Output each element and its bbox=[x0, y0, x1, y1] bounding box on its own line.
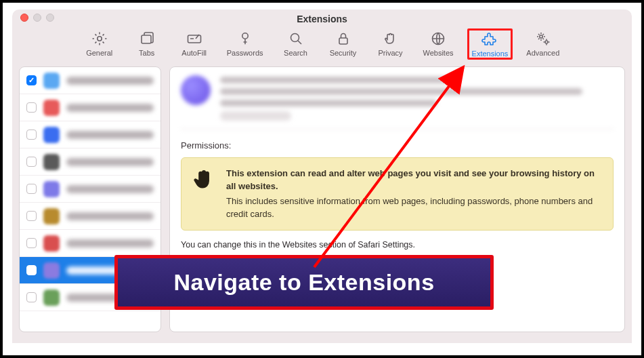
svg-rect-1 bbox=[142, 35, 151, 43]
window-titlebar: Extensions bbox=[12, 9, 632, 26]
tab-general[interactable]: General bbox=[81, 28, 119, 60]
tab-privacy[interactable]: Privacy bbox=[372, 28, 410, 60]
extension-icon bbox=[43, 181, 60, 197]
extension-name bbox=[66, 158, 154, 166]
sidebar-item[interactable] bbox=[20, 94, 160, 121]
permissions-note: You can change this in the Websites sect… bbox=[181, 240, 614, 250]
tab-advanced[interactable]: Advanced bbox=[522, 28, 563, 60]
toolbar-label: Websites bbox=[423, 49, 454, 57]
extension-name bbox=[66, 131, 154, 139]
extension-checkbox[interactable] bbox=[26, 157, 37, 167]
extension-icon bbox=[43, 290, 60, 306]
tab-extensions[interactable]: Extensions bbox=[467, 28, 513, 60]
tab-search[interactable]: Search bbox=[277, 28, 315, 60]
extension-app-icon bbox=[181, 75, 211, 105]
puzzle-icon bbox=[481, 31, 498, 48]
extension-icon bbox=[43, 127, 60, 143]
tab-autofill[interactable]: AutoFill bbox=[175, 28, 213, 60]
extension-checkbox[interactable] bbox=[26, 265, 37, 275]
toolbar-label: Security bbox=[330, 49, 357, 57]
svg-point-3 bbox=[242, 33, 247, 39]
extension-checkbox[interactable] bbox=[26, 130, 37, 140]
minimize-window-icon[interactable] bbox=[33, 14, 41, 22]
sidebar-item[interactable] bbox=[20, 67, 160, 94]
globe-icon bbox=[429, 30, 447, 47]
gear-icon bbox=[91, 30, 108, 47]
extension-name bbox=[66, 212, 154, 220]
extension-icon bbox=[43, 154, 60, 170]
svg-point-4 bbox=[291, 34, 299, 42]
extension-checkbox[interactable] bbox=[26, 238, 37, 248]
extension-icon bbox=[43, 262, 60, 279]
permissions-body: This includes sensitive information from… bbox=[226, 196, 593, 219]
toolbar-label: AutoFill bbox=[181, 49, 207, 57]
permissions-text: This extension can read and alter web pa… bbox=[226, 167, 602, 220]
gears-icon bbox=[534, 30, 552, 47]
permissions-title: This extension can read and alter web pa… bbox=[226, 167, 602, 193]
svg-rect-5 bbox=[339, 38, 347, 44]
extension-checkbox[interactable] bbox=[26, 292, 37, 302]
toolbar-label: Advanced bbox=[526, 49, 559, 57]
extension-checkbox[interactable] bbox=[26, 75, 37, 85]
tabs-icon bbox=[138, 30, 156, 47]
zoom-window-icon[interactable] bbox=[46, 14, 54, 22]
traffic-lights[interactable] bbox=[20, 14, 54, 22]
hand-icon bbox=[382, 30, 400, 47]
extension-name bbox=[66, 239, 154, 247]
extension-icon bbox=[43, 73, 60, 89]
permissions-warning-box: This extension can read and alter web pa… bbox=[181, 157, 614, 231]
extension-checkbox[interactable] bbox=[26, 211, 37, 221]
toolbar-label: Privacy bbox=[378, 49, 402, 57]
sidebar-item[interactable] bbox=[20, 176, 160, 203]
svg-point-7 bbox=[540, 35, 542, 38]
svg-point-0 bbox=[98, 37, 102, 41]
extension-name bbox=[66, 185, 154, 193]
toolbar-label: Passwords bbox=[227, 49, 263, 57]
search-icon bbox=[287, 30, 305, 47]
extension-header-text bbox=[220, 75, 614, 121]
toolbar-label: Extensions bbox=[472, 49, 509, 58]
permissions-label: Permissions: bbox=[181, 140, 614, 151]
stop-hand-icon bbox=[192, 167, 215, 193]
close-window-icon[interactable] bbox=[20, 14, 28, 22]
callout-text: Navigate to Extensions bbox=[126, 269, 482, 296]
extension-icon bbox=[43, 100, 60, 116]
svg-point-8 bbox=[545, 41, 548, 43]
window-title: Extensions bbox=[19, 11, 625, 24]
toolbar-label: Search bbox=[284, 49, 307, 57]
extension-icon bbox=[43, 208, 60, 224]
tab-tabs[interactable]: Tabs bbox=[128, 28, 166, 60]
sidebar-item[interactable] bbox=[20, 148, 160, 176]
extension-checkbox[interactable] bbox=[26, 102, 37, 113]
toolbar-label: General bbox=[86, 49, 112, 57]
extension-icon bbox=[43, 235, 60, 252]
tab-websites[interactable]: Websites bbox=[419, 28, 458, 60]
extension-name bbox=[66, 77, 154, 85]
screenshot-frame: Extensions General Tabs AutoFill Passwor… bbox=[0, 0, 644, 358]
extension-name bbox=[66, 104, 154, 112]
sidebar-item[interactable] bbox=[20, 203, 160, 230]
tab-passwords[interactable]: Passwords bbox=[223, 28, 267, 60]
sidebar-item[interactable] bbox=[20, 230, 160, 257]
extension-checkbox[interactable] bbox=[26, 184, 37, 194]
svg-rect-2 bbox=[188, 35, 200, 43]
preferences-toolbar: General Tabs AutoFill Passwords Search S… bbox=[12, 26, 632, 66]
extension-header bbox=[181, 75, 614, 130]
lock-icon bbox=[335, 30, 352, 47]
key-icon bbox=[236, 30, 254, 47]
autofill-icon bbox=[186, 30, 203, 47]
sidebar-item[interactable] bbox=[20, 121, 160, 148]
instruction-callout: Navigate to Extensions bbox=[114, 255, 494, 310]
toolbar-label: Tabs bbox=[139, 49, 154, 57]
tab-security[interactable]: Security bbox=[324, 28, 362, 60]
